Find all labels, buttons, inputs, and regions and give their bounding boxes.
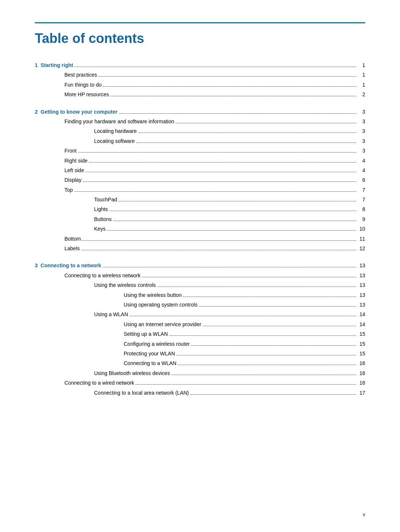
toc-entry[interactable]: Buttons 9	[35, 215, 365, 223]
toc-page-number: 13	[358, 301, 365, 309]
toc-container: 1 Starting right 1 Best practices 1 Fun …	[35, 61, 365, 397]
toc-entry[interactable]: Locating software 3	[35, 137, 365, 145]
toc-page-number: 1	[358, 81, 365, 89]
toc-page-number: 4	[358, 166, 365, 174]
toc-entry[interactable]: Lights 8	[35, 205, 365, 213]
toc-chapter-entry[interactable]: 1 Starting right 1	[35, 61, 365, 69]
toc-entry-label: Buttons	[94, 215, 111, 223]
toc-entry[interactable]: Using a WLAN 14	[35, 310, 365, 318]
toc-page-number: 2	[358, 90, 365, 98]
toc-entry-label: Best practices	[64, 71, 97, 79]
toc-entry-label: Right side	[64, 157, 87, 165]
toc-entry-label: TouchPad	[94, 195, 117, 204]
toc-entry[interactable]: Labels 12	[35, 244, 365, 252]
toc-dots	[203, 326, 356, 326]
toc-entry-label: Finding your hardware and software infor…	[64, 117, 174, 126]
toc-entry[interactable]: Connecting to a wired network 16	[35, 379, 365, 387]
toc-page-number: 13	[358, 261, 365, 270]
toc-dots	[83, 181, 356, 182]
toc-dots	[119, 201, 356, 201]
toc-entry-label: Connecting to a wireless network	[64, 271, 140, 280]
toc-entry[interactable]: Right side 4	[35, 157, 365, 165]
toc-section-3: 3 Connecting to a network 13 Connecting …	[35, 261, 365, 397]
toc-page-number: 3	[358, 147, 365, 155]
toc-entry[interactable]: Using operating system controls 13	[35, 301, 365, 309]
toc-entry[interactable]: Top 7	[35, 186, 365, 194]
toc-page-number: 7	[358, 186, 365, 194]
toc-dots	[74, 67, 356, 67]
toc-entry-label: Left side	[64, 166, 84, 174]
toc-entry[interactable]: Using the wireless controls 13	[35, 281, 365, 289]
toc-entry[interactable]: Left side 4	[35, 166, 365, 174]
toc-dots	[109, 211, 356, 211]
toc-page-number: 6	[358, 176, 365, 184]
toc-page-number: 14	[358, 310, 365, 318]
page-footer: v	[363, 512, 366, 517]
toc-page-number: 8	[358, 205, 365, 213]
toc-dots	[142, 277, 356, 277]
toc-page-number: 16	[358, 359, 365, 367]
toc-entry-label: Protecting your WLAN	[124, 349, 175, 358]
toc-dots	[130, 316, 356, 316]
toc-page-number: 10	[358, 225, 365, 233]
chapter-number-label: 3 Connecting to a network	[35, 261, 101, 270]
toc-entry-label: Using operating system controls	[124, 301, 197, 309]
toc-entry[interactable]: Front 3	[35, 147, 365, 155]
toc-page-number: 9	[358, 215, 365, 223]
toc-entry[interactable]: Connecting to a wireless network 13	[35, 271, 365, 280]
toc-entry[interactable]: Best practices 1	[35, 71, 365, 79]
toc-entry[interactable]: Fun things to do 1	[35, 81, 365, 89]
toc-entry[interactable]: Bottom 11	[35, 235, 365, 243]
toc-entry[interactable]: Keys 10	[35, 225, 365, 233]
toc-entry-label: Locating hardware	[94, 127, 137, 135]
toc-page-number: 17	[358, 389, 365, 397]
toc-page-number: 1	[358, 71, 365, 79]
toc-entry[interactable]: Connecting to a WLAN 16	[35, 359, 365, 367]
toc-entry-label: Display	[64, 176, 81, 184]
toc-entry[interactable]: Setting up a WLAN 15	[35, 330, 365, 338]
toc-dots	[86, 172, 356, 172]
toc-entry-label: Connecting to a local area network (LAN)	[94, 389, 189, 397]
toc-entry[interactable]: Finding your hardware and software infor…	[35, 117, 365, 126]
toc-dots	[176, 123, 357, 123]
toc-entry[interactable]: Display 6	[35, 176, 365, 184]
toc-dots	[177, 355, 357, 355]
toc-entry-label: Connecting to a WLAN	[124, 359, 176, 367]
toc-entry[interactable]: Using the wireless button 13	[35, 291, 365, 299]
toc-entry-label: Locating software	[94, 137, 135, 145]
toc-page-number: 1	[358, 61, 365, 69]
toc-dots	[78, 152, 356, 153]
toc-entry[interactable]: More HP resources 2	[35, 90, 365, 98]
toc-entry[interactable]: Connecting to a local area network (LAN)…	[35, 389, 365, 397]
toc-chapter-entry[interactable]: 3 Connecting to a network 13	[35, 261, 365, 270]
toc-page-number: 4	[358, 157, 365, 165]
toc-entry-label: Using the wireless controls	[94, 281, 156, 289]
toc-entry-label: Configuring a wireless router	[124, 340, 190, 348]
toc-page-number: 3	[358, 117, 365, 126]
toc-dots	[157, 287, 356, 287]
toc-entry-label: Top	[64, 186, 73, 194]
toc-page-number: 15	[358, 340, 365, 348]
toc-entry-label: Lights	[94, 205, 108, 213]
toc-dots	[89, 162, 356, 163]
toc-entry[interactable]: Using Bluetooth wireless devices 16	[35, 369, 365, 377]
toc-dots	[171, 375, 356, 375]
toc-entry[interactable]: Using an Internet service provider 14	[35, 320, 365, 328]
toc-page-number: 12	[358, 244, 365, 252]
toc-entry-label: Fun things to do	[64, 81, 101, 89]
toc-dots	[190, 394, 356, 395]
toc-page-number: 13	[358, 291, 365, 299]
toc-entry[interactable]: Protecting your WLAN 15	[35, 349, 365, 358]
toc-dots	[81, 250, 356, 250]
toc-page-number: 11	[358, 235, 365, 243]
toc-page-number: 3	[358, 127, 365, 135]
toc-page-number: 3	[358, 137, 365, 145]
toc-entry-label: Using the wireless button	[124, 291, 181, 299]
toc-entry[interactable]: Configuring a wireless router 15	[35, 340, 365, 348]
toc-entry-label: Front	[64, 147, 77, 155]
toc-entry-label: Setting up a WLAN	[124, 330, 168, 338]
toc-chapter-entry[interactable]: 2 Getting to know your computer 3	[35, 108, 365, 116]
toc-page-number: 15	[358, 349, 365, 358]
toc-entry[interactable]: TouchPad 7	[35, 195, 365, 204]
toc-entry[interactable]: Locating hardware 3	[35, 127, 365, 135]
